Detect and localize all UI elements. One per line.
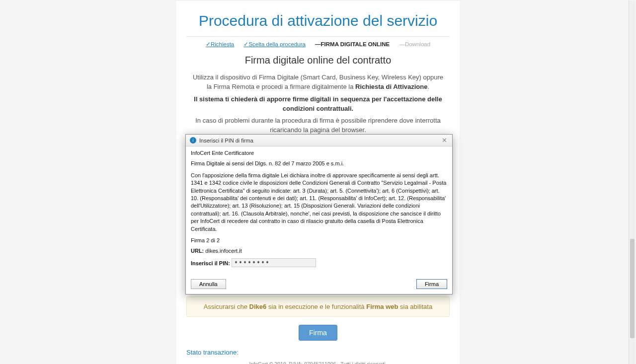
step-scelta[interactable]: ✓Scelta della procedura [243, 41, 305, 48]
warning-alert: Assicurarsi che Dike6 sia in esecuzione … [186, 296, 450, 317]
dialog-url: URL: dikes.infocert.it [191, 247, 447, 255]
dialog-ente: InfoCert Ente Certificatore [191, 149, 447, 157]
pin-label: Inserisci il PIN: [191, 260, 230, 266]
sub-heading: Firma digitale online del contratto [186, 55, 450, 66]
dialog-titlebar[interactable]: i Inserisci il PIN di firma ✕ [186, 135, 452, 146]
dialog-cancel-button[interactable]: Annulla [191, 279, 226, 289]
step-download: —Download [399, 41, 430, 47]
intro-paragraph-3: In caso di problemi durante la procedura… [190, 116, 446, 135]
close-icon[interactable]: ✕ [441, 137, 448, 144]
intro-paragraph-1: Utilizza il dispositivo di Firma Digital… [190, 73, 446, 92]
dialog-title: Inserisci il PIN di firma [199, 138, 253, 144]
info-icon: i [190, 137, 196, 144]
dialog-progress: Firma 2 di 2 [191, 237, 447, 244]
dialog-pin-row: Inserisci il PIN: [191, 258, 447, 267]
step-breadcrumbs: ✓Richiesta ✓Scelta della procedura —FIRM… [186, 41, 450, 48]
scrollbar-thumb[interactable] [630, 239, 635, 338]
footer-text: InfoCert © 2019. P.IVA: 07945211006 - Tu… [186, 361, 450, 364]
intro-paragraph-2: Il sistema ti chiederà di apporre firme … [190, 95, 446, 114]
dialog-content: InfoCert Ente Certificatore Firma Digita… [186, 146, 452, 275]
page-title: Procedura di attivazione del servizio [186, 9, 450, 36]
divider [186, 36, 450, 37]
step-richiesta[interactable]: ✓Richiesta [206, 41, 234, 48]
pin-input[interactable] [232, 258, 316, 267]
firma-button[interactable]: Firma [299, 325, 337, 341]
transaction-status-label: Stato transazione: [186, 349, 450, 356]
step-firma-online: —FIRMA DIGITALE ONLINE [315, 41, 390, 47]
page-scrollbar[interactable] [629, 0, 636, 364]
dialog-firma-button[interactable]: Firma [416, 279, 447, 289]
dialog-law: Firma Digitale ai sensi del Dlgs. n. 82 … [191, 160, 447, 167]
dialog-clause: Con l'apposizione della firma digitale L… [191, 172, 447, 233]
pin-dialog: i Inserisci il PIN di firma ✕ InfoCert E… [185, 134, 453, 294]
